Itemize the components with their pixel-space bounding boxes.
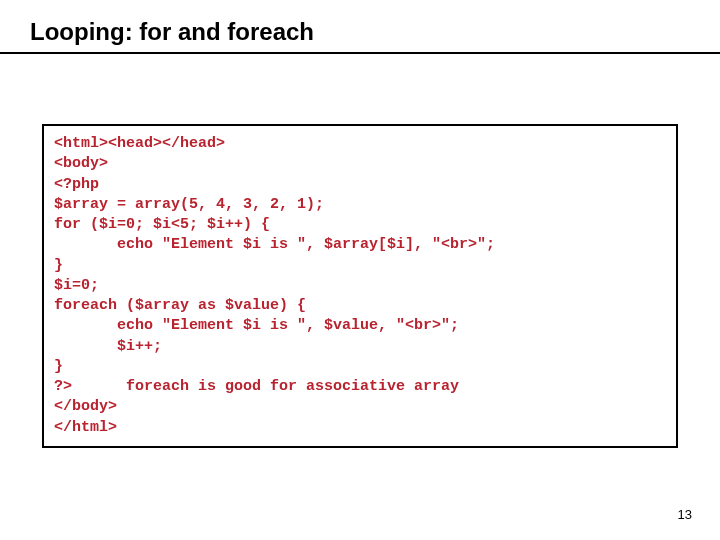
code-line: $i=0;: [54, 277, 99, 294]
code-line: <?php: [54, 176, 99, 193]
code-line: foreach ($array as $value) {: [54, 297, 306, 314]
title-underline: [0, 52, 720, 54]
code-block: <html><head></head> <body> <?php $array …: [42, 124, 678, 448]
code-line: echo "Element $i is ", $array[$i], "<br>…: [54, 236, 495, 253]
code-line: }: [54, 358, 63, 375]
code-line: $i++;: [54, 338, 162, 355]
page-number: 13: [678, 507, 692, 522]
code-line: <html><head></head>: [54, 135, 225, 152]
code-line: echo "Element $i is ", $value, "<br>";: [54, 317, 459, 334]
code-line: }: [54, 257, 63, 274]
code-line: ?> foreach is good for associative array: [54, 378, 459, 395]
code-line: <body>: [54, 155, 108, 172]
slide-title: Looping: for and foreach: [0, 0, 720, 52]
code-line: </body>: [54, 398, 117, 415]
code-line: $array = array(5, 4, 3, 2, 1);: [54, 196, 324, 213]
code-line: </html>: [54, 419, 117, 436]
code-line: for ($i=0; $i<5; $i++) {: [54, 216, 270, 233]
